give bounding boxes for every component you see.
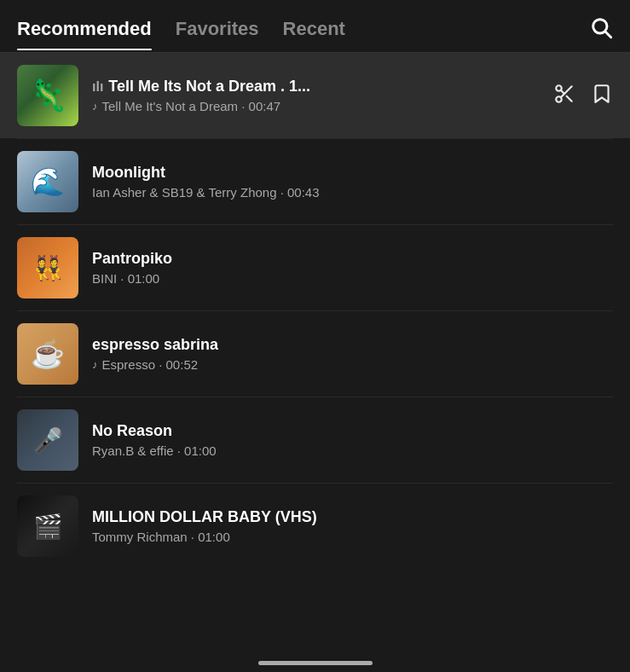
song-title: ılı Tell Me Its Not a Dream . 1... [92, 78, 543, 96]
song-meta: ♪ Tell Me It's Not a Dream · 00:47 [92, 99, 543, 113]
song-info: ılı Tell Me Its Not a Dream . 1... ♪ Tel… [92, 78, 543, 113]
song-info: espresso sabrina ♪ Espresso · 00:52 [92, 336, 613, 372]
music-note-icon: ♪ [92, 358, 98, 371]
equalizer-icon: ılı [92, 79, 103, 95]
search-icon [589, 15, 613, 39]
song-info: No Reason Ryan.B & effie · 01:00 [92, 422, 613, 458]
cut-button[interactable] [553, 83, 575, 108]
song-item[interactable]: Moonlight Ian Asher & SB19 & Terry Zhong… [0, 139, 630, 224]
song-thumbnail [17, 323, 78, 385]
tab-favorites[interactable]: Favorites [176, 18, 259, 50]
song-item[interactable]: ılı Tell Me Its Not a Dream . 1... ♪ Tel… [0, 53, 630, 138]
bookmark-button[interactable] [591, 83, 613, 108]
song-info: MILLION DOLLAR BABY (VHS) Tommy Richman … [92, 508, 613, 544]
music-note-icon: ♪ [92, 100, 98, 113]
song-actions [553, 83, 613, 108]
svg-line-5 [567, 96, 572, 101]
svg-line-6 [561, 90, 564, 94]
song-title: Pantropiko [92, 250, 613, 268]
song-item[interactable]: No Reason Ryan.B & effie · 01:00 [0, 397, 630, 483]
song-thumbnail [17, 495, 78, 557]
song-meta: BINI · 01:00 [92, 271, 613, 286]
song-thumbnail [17, 409, 78, 471]
home-indicator-bar [258, 661, 373, 665]
song-item[interactable]: Pantropiko BINI · 01:00 [0, 225, 630, 310]
tab-bar: Recommended Favorites Recent [0, 0, 630, 53]
song-meta: Tommy Richman · 01:00 [92, 530, 613, 544]
song-title: MILLION DOLLAR BABY (VHS) [92, 508, 613, 526]
bookmark-icon [591, 83, 613, 105]
song-item[interactable]: espresso sabrina ♪ Espresso · 00:52 [0, 311, 630, 397]
song-thumbnail [17, 151, 78, 212]
home-indicator [0, 652, 630, 672]
song-thumbnail [17, 65, 78, 126]
scissors-icon [553, 83, 575, 105]
song-info: Pantropiko BINI · 01:00 [92, 250, 613, 286]
song-meta: Ryan.B & effie · 01:00 [92, 443, 613, 458]
song-meta: Ian Asher & SB19 & Terry Zhong · 00:43 [92, 185, 613, 200]
song-list: ılı Tell Me Its Not a Dream . 1... ♪ Tel… [0, 53, 630, 569]
svg-line-1 [605, 32, 610, 37]
song-title: No Reason [92, 422, 613, 440]
tab-recent[interactable]: Recent [283, 18, 345, 50]
song-item[interactable]: MILLION DOLLAR BABY (VHS) Tommy Richman … [0, 484, 630, 569]
song-title: espresso sabrina [92, 336, 613, 354]
song-title: Moonlight [92, 164, 613, 182]
song-info: Moonlight Ian Asher & SB19 & Terry Zhong… [92, 164, 613, 200]
song-thumbnail [17, 237, 78, 298]
search-button[interactable] [589, 15, 613, 53]
song-meta: ♪ Espresso · 00:52 [92, 357, 613, 372]
tab-recommended[interactable]: Recommended [17, 18, 152, 50]
